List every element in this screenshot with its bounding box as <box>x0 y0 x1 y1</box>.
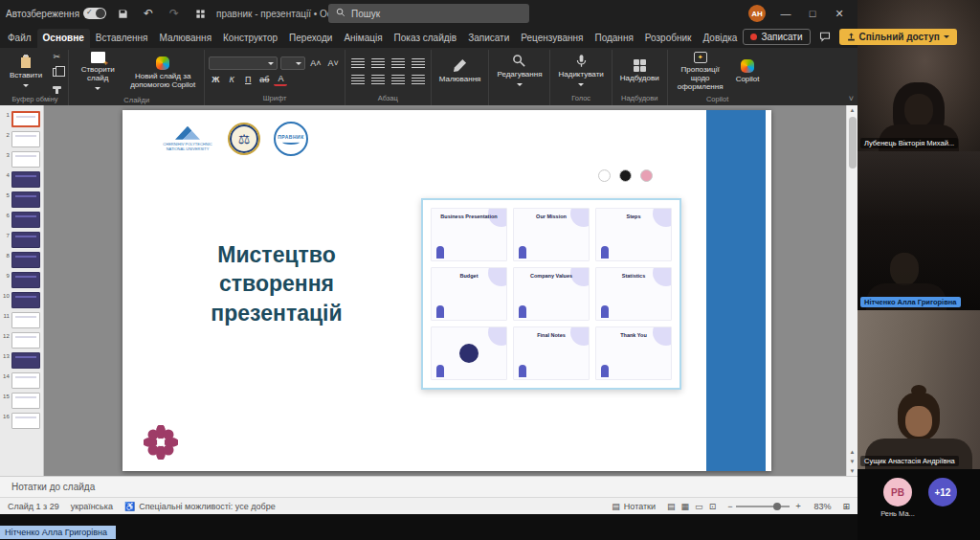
quick-access-icon[interactable] <box>190 4 210 23</box>
numbering-icon[interactable] <box>369 56 387 70</box>
accessibility-status[interactable]: ♿ Спеціальні можливості: усе добре <box>124 502 276 511</box>
slide-thumb-9[interactable]: 9 <box>0 270 43 290</box>
comments-icon[interactable] <box>815 27 835 46</box>
slideshow-view-icon[interactable]: ⊡ <box>709 502 717 511</box>
increase-font-icon[interactable]: А˄ <box>308 56 323 70</box>
participant-video-2[interactable]: Нітченко Алла Григорівна <box>858 151 980 310</box>
addins-button[interactable]: Надбудови <box>616 57 663 84</box>
tab-Файл[interactable]: Файл <box>2 29 37 48</box>
slide-thumb-13[interactable]: 13 <box>0 350 43 371</box>
tab-Малювання[interactable]: Малювання <box>153 29 217 48</box>
align-center-icon[interactable] <box>369 73 387 86</box>
design-ideas-button[interactable]: ✦ Пропозиції щодо оформлення <box>672 50 729 94</box>
slide-thumb-12[interactable]: 12 <box>0 330 43 350</box>
notes-toggle-button[interactable]: ▤ Нотатки <box>612 502 656 511</box>
tab-Конструктор[interactable]: Конструктор <box>217 29 283 48</box>
close-icon[interactable]: ✕ <box>827 0 852 27</box>
dictate-button[interactable]: Надиктувати <box>554 52 607 91</box>
slide-thumb-1[interactable]: 1 <box>0 109 43 129</box>
underline-button[interactable]: П <box>241 73 255 86</box>
tab-Вставлення[interactable]: Вставлення <box>90 29 154 48</box>
template-grid-image[interactable]: Business PresentationOur MissionStepsBud… <box>421 198 681 390</box>
tab-Анімація[interactable]: Анімація <box>338 29 388 48</box>
language-button[interactable]: українська <box>71 502 113 511</box>
slide-thumb-2[interactable]: 2 <box>0 129 43 149</box>
slide-thumb-5[interactable]: 5 <box>0 190 43 210</box>
decrease-font-icon[interactable]: А˅ <box>325 56 340 70</box>
bullets-icon[interactable] <box>349 56 367 70</box>
collapse-ribbon-icon[interactable]: ˅ <box>849 94 854 103</box>
search-input[interactable]: Пошук <box>328 4 529 23</box>
tab-Переходи[interactable]: Переходи <box>283 29 338 48</box>
tab-Показ слайдів[interactable]: Показ слайдів <box>389 29 463 48</box>
overflow-participants-tile[interactable]: +12 <box>928 478 957 506</box>
zoom-out-icon[interactable]: − <box>727 502 732 511</box>
slide-thumb-16[interactable]: 16 <box>0 411 43 431</box>
font-size-select[interactable] <box>280 56 305 70</box>
zoom-slider[interactable] <box>736 506 790 507</box>
bold-button[interactable]: Ж <box>209 73 222 86</box>
notes-pane[interactable]: Нотатки до слайда <box>0 476 858 497</box>
copilot-button[interactable]: Copilot <box>732 57 764 85</box>
font-name-select[interactable] <box>209 56 278 70</box>
slide-thumb-4[interactable]: 4 <box>0 169 43 190</box>
tab-Довідка[interactable]: Довідка <box>697 29 743 48</box>
slide-title[interactable]: Мистецтвостворенняпрезентацій <box>140 240 413 327</box>
next-slide-icon[interactable]: ▼ <box>850 457 856 466</box>
copy-icon[interactable] <box>49 65 64 79</box>
strikethrough-button[interactable]: аб <box>257 73 271 86</box>
tab-Основне[interactable]: Основне <box>37 29 90 48</box>
cut-icon[interactable]: ✂ <box>49 50 64 63</box>
save-icon[interactable] <box>113 4 132 23</box>
scroll-up-icon[interactable]: ▲ <box>850 105 856 115</box>
align-left-icon[interactable] <box>349 73 367 86</box>
previous-slide-icon[interactable]: ▲ <box>850 447 856 457</box>
slide-thumb-8[interactable]: 8 <box>0 250 43 270</box>
scroll-down-icon[interactable]: ▼ <box>850 466 856 476</box>
paste-button[interactable]: Вставити <box>6 52 46 92</box>
participant-video-3[interactable]: Сущик Анастасія Андріївна <box>858 310 980 469</box>
minimize-icon[interactable]: — <box>773 0 798 27</box>
tab-Розробник[interactable]: Розробник <box>639 29 698 48</box>
editing-button[interactable]: Редагування <box>493 52 546 91</box>
slide-thumb-6[interactable]: 6 <box>0 210 43 230</box>
drawing-button[interactable]: Малювання <box>435 56 485 85</box>
slide-thumbnails[interactable]: 12345678910111213141516 <box>0 105 44 476</box>
slide-thumb-14[interactable]: 14 <box>0 371 43 391</box>
tab-Подання[interactable]: Подання <box>589 29 638 48</box>
autosave-control[interactable]: Автозбереження <box>6 8 106 19</box>
slide-thumb-7[interactable]: 7 <box>0 230 43 250</box>
participant-video-1[interactable]: Лубенець Вікторія Михай... <box>858 0 980 151</box>
share-button[interactable]: Спільний доступ <box>839 29 957 45</box>
maximize-icon[interactable]: □ <box>800 0 825 27</box>
slide-thumb-3[interactable]: 3 <box>0 149 43 169</box>
zoom-in-icon[interactable]: ＋ <box>793 500 802 512</box>
autosave-toggle[interactable] <box>83 8 106 19</box>
italic-button[interactable]: К <box>225 73 238 86</box>
normal-view-icon[interactable]: ▤ <box>667 502 676 511</box>
slide-thumb-15[interactable]: 15 <box>0 391 43 411</box>
slide-thumb-11[interactable]: 11 <box>0 310 43 330</box>
zoom-percent[interactable]: 83% <box>813 502 831 511</box>
copilot-new-slide-button[interactable]: Новий слайд за допомогою Copilot <box>125 55 200 91</box>
tab-Записати[interactable]: Записати <box>462 29 515 48</box>
undo-icon[interactable]: ↶ <box>139 4 158 23</box>
new-slide-button[interactable]: Створити слайд <box>73 50 122 95</box>
align-right-icon[interactable] <box>390 73 407 86</box>
indent-icon[interactable] <box>390 56 407 70</box>
reading-view-icon[interactable]: ▭ <box>695 502 703 511</box>
line-spacing-icon[interactable] <box>410 56 427 70</box>
font-color-button[interactable]: А <box>274 73 287 86</box>
account-avatar[interactable]: АН <box>748 5 766 22</box>
slide-1[interactable]: CHERNIHIV POLYTECHNIC NATIONAL UNIVERSIT… <box>122 110 771 471</box>
participant-avatar-tile[interactable]: РВ Рень Ма... <box>880 478 915 518</box>
format-painter-icon[interactable] <box>49 80 64 94</box>
slide-sorter-view-icon[interactable]: ▦ <box>681 502 690 511</box>
columns-icon[interactable] <box>410 73 427 86</box>
redo-icon[interactable]: ↷ <box>165 4 184 23</box>
fit-to-window-icon[interactable]: ⊞ <box>842 502 850 511</box>
record-button[interactable]: Записати <box>743 29 810 45</box>
scrollbar-thumb[interactable] <box>849 117 857 169</box>
slide-thumb-10[interactable]: 10 <box>0 290 43 310</box>
canvas-scrollbar[interactable]: ▲ ▲ ▼ ▼ <box>846 105 858 476</box>
